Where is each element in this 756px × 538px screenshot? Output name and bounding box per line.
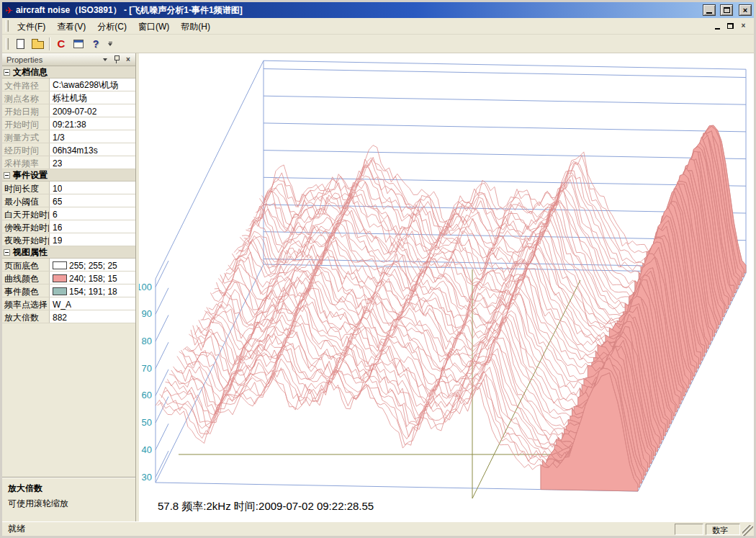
menu-item-help[interactable]: 帮助(H) — [175, 19, 216, 34]
toolbar-overflow-button[interactable] — [107, 40, 114, 48]
property-value[interactable]: 栎社机场 — [50, 91, 135, 104]
app-window: ✈ aircraft noise（ISO3891） - [飞机噪声分析1-事件1… — [0, 0, 756, 538]
toolbar-grip[interactable] — [6, 38, 9, 50]
menu-item-view[interactable]: 查看(V) — [51, 19, 91, 34]
collapse-icon[interactable] — [4, 172, 10, 179]
property-row[interactable]: 页面底色255; 255; 25 — [2, 259, 135, 272]
help-button[interactable]: ? — [87, 36, 104, 52]
property-label: 傍晚开始时间 — [2, 220, 50, 233]
status-cell-empty — [675, 524, 703, 535]
property-value-text: 1/3 — [53, 133, 65, 143]
properties-panel-title: Properties — [6, 55, 99, 64]
property-value[interactable]: C:\awa6298\机场 — [50, 79, 135, 91]
svg-text:50: 50 — [142, 417, 152, 428]
title-bar: ✈ aircraft noise（ISO3891） - [飞机噪声分析1-事件1… — [2, 2, 754, 18]
property-label: 白天开始时间 — [2, 207, 50, 220]
toolbar-separator — [49, 37, 50, 50]
property-value[interactable]: 882 — [50, 310, 135, 323]
menubar-grip[interactable] — [6, 20, 9, 32]
property-row[interactable]: 白天开始时间6 — [2, 207, 135, 220]
status-text: 就绪 — [8, 523, 672, 535]
chevron-down-icon — [108, 43, 112, 46]
svg-text:80: 80 — [142, 336, 152, 346]
property-label: 采样频率 — [2, 156, 50, 169]
property-value[interactable]: 19 — [50, 233, 135, 246]
property-row[interactable]: 曲线颜色240; 158; 15 — [2, 272, 135, 284]
section-header-view-properties[interactable]: 视图属性 — [2, 246, 135, 259]
waterfall-spectrum-chart[interactable]: 10090807060504030 — [139, 53, 754, 521]
property-label: 文件路径 — [2, 79, 50, 91]
property-value[interactable]: 06h34m13s — [50, 143, 135, 156]
property-row[interactable]: 频率点选择W_A — [2, 297, 135, 310]
property-label: 曲线颜色 — [2, 272, 50, 284]
new-document-icon — [17, 39, 24, 49]
property-value[interactable]: 65 — [50, 194, 135, 207]
panel-close-button[interactable]: × — [123, 55, 133, 64]
color-swatch[interactable] — [53, 287, 67, 295]
section-title: 视图属性 — [13, 246, 48, 259]
property-description-text: 可使用滚轮缩放 — [8, 498, 130, 510]
minimize-button[interactable] — [703, 4, 716, 16]
property-value[interactable]: 23 — [50, 156, 135, 169]
chart-area[interactable]: 10090807060504030 57.8 频率:2kHz 时间:2009-0… — [139, 53, 754, 521]
menu-bar: 文件(F)查看(V)分析(C)窗口(W)帮助(H) × — [2, 18, 754, 35]
properties-panel: Properties × 文档信息文件路径C:\awa6298\机场测点名称栎社… — [2, 53, 136, 521]
svg-text:40: 40 — [142, 444, 152, 455]
panel-menu-button[interactable] — [100, 55, 110, 64]
property-value[interactable]: 6 — [50, 207, 135, 220]
property-row[interactable]: 开始时间09:21:38 — [2, 117, 135, 130]
property-row[interactable]: 夜晚开始时间19 — [2, 233, 135, 246]
chevron-down-icon — [103, 58, 107, 61]
property-row[interactable]: 经历时间06h34m13s — [2, 143, 135, 156]
property-row[interactable]: 事件颜色154; 191; 18 — [2, 284, 135, 297]
app-icon[interactable]: ✈ — [5, 6, 13, 15]
property-row[interactable]: 傍晚开始时间16 — [2, 220, 135, 233]
property-row[interactable]: 时间长度10 — [2, 181, 135, 194]
section-header-event-settings[interactable]: 事件设置 — [2, 169, 135, 181]
mdi-close-button[interactable]: × — [737, 21, 750, 32]
property-row[interactable]: 测点名称栎社机场 — [2, 91, 135, 104]
menu-item-file[interactable]: 文件(F) — [12, 19, 51, 34]
property-row[interactable]: 采样频率23 — [2, 156, 135, 169]
property-value[interactable]: 2009-07-02 — [50, 104, 135, 117]
property-value[interactable]: 154; 191; 18 — [50, 284, 135, 297]
color-swatch[interactable] — [53, 274, 67, 282]
property-row[interactable]: 放大倍数882 — [2, 310, 135, 323]
property-value-text: 240; 158; 15 — [69, 274, 117, 284]
red-c-button[interactable]: C — [53, 36, 70, 52]
property-row[interactable]: 开始日期2009-07-02 — [2, 104, 135, 117]
property-label: 测点名称 — [2, 91, 50, 104]
properties-button[interactable] — [70, 36, 87, 52]
collapse-icon[interactable] — [4, 249, 10, 256]
color-swatch[interactable] — [53, 261, 67, 269]
property-row[interactable]: 文件路径C:\awa6298\机场 — [2, 79, 135, 91]
property-value[interactable]: W_A — [50, 297, 135, 310]
mdi-restore-button[interactable] — [724, 21, 737, 32]
new-document-button[interactable] — [12, 36, 29, 52]
resize-grip[interactable] — [742, 525, 753, 536]
mdi-minimize-button[interactable] — [711, 21, 724, 32]
menu-item-window[interactable]: 窗口(W) — [132, 19, 175, 34]
menu-item-analyze[interactable]: 分析(C) — [91, 19, 132, 34]
property-value[interactable]: 255; 255; 25 — [50, 259, 135, 271]
property-label: 夜晚开始时间 — [2, 233, 50, 246]
close-button[interactable]: × — [739, 4, 752, 16]
property-row[interactable]: 最小阈值65 — [2, 194, 135, 207]
property-value[interactable]: 10 — [50, 181, 135, 194]
svg-text:100: 100 — [139, 282, 152, 292]
red-c-icon: C — [58, 38, 66, 49]
property-row[interactable]: 测量方式1/3 — [2, 130, 135, 143]
property-label: 经历时间 — [2, 143, 50, 156]
property-value[interactable]: 09:21:38 — [50, 117, 135, 130]
property-value[interactable]: 16 — [50, 220, 135, 233]
open-file-button[interactable] — [29, 36, 46, 52]
panel-pin-button[interactable] — [112, 55, 122, 64]
property-label: 开始时间 — [2, 117, 50, 130]
property-label: 事件颜色 — [2, 284, 50, 297]
maximize-button[interactable] — [720, 4, 733, 16]
property-value[interactable]: 1/3 — [50, 130, 135, 143]
collapse-icon[interactable] — [4, 69, 10, 76]
svg-text:30: 30 — [142, 472, 152, 483]
section-header-doc-info[interactable]: 文档信息 — [2, 66, 135, 79]
property-value[interactable]: 240; 158; 15 — [50, 272, 135, 284]
